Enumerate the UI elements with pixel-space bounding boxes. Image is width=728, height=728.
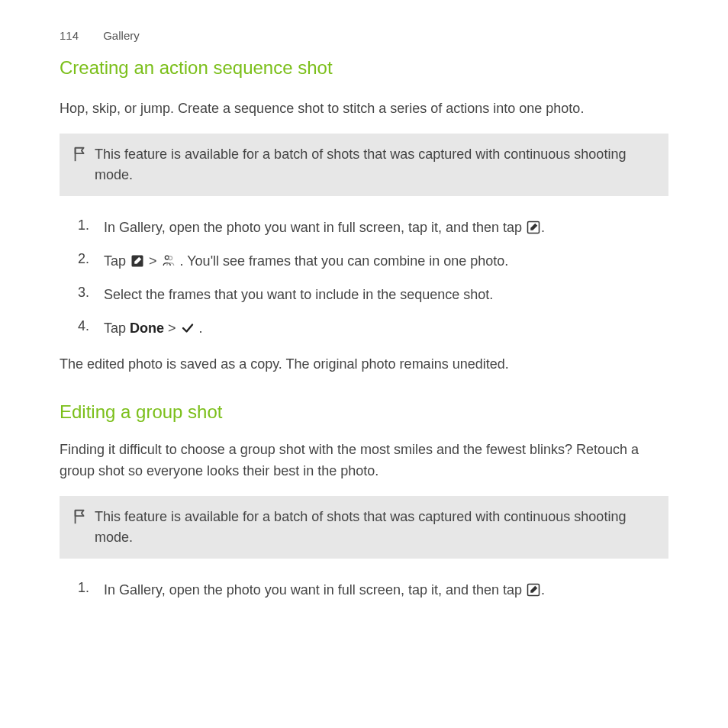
edit-icon bbox=[527, 221, 540, 234]
step-text-end: . bbox=[541, 582, 545, 598]
note-text-2: This feature is available for a batch of… bbox=[95, 507, 655, 548]
section-heading-action-sequence: Creating an action sequence shot bbox=[60, 57, 668, 79]
step-text-b: . You'll see frames that you can combine… bbox=[180, 253, 509, 269]
step-gt: > bbox=[168, 321, 180, 336]
step-number: 3. bbox=[78, 285, 104, 301]
step-body: Tap > . You'll see frames that you can c… bbox=[104, 251, 508, 272]
edit-icon bbox=[527, 583, 540, 597]
step-body: In Gallery, open the photo you want in f… bbox=[104, 217, 545, 239]
step-text: In Gallery, open the photo you want in f… bbox=[104, 220, 526, 235]
chapter-name: Gallery bbox=[103, 29, 140, 42]
outro-paragraph-1: The edited photo is saved as a copy. The… bbox=[60, 354, 668, 375]
step-2: 2. Tap > . You'll see frames that you ca… bbox=[78, 251, 668, 272]
step-number: 4. bbox=[78, 318, 104, 334]
note-text-1: This feature is available for a batch of… bbox=[95, 144, 655, 185]
step-number: 1. bbox=[78, 580, 104, 596]
page-number: 114 bbox=[60, 29, 79, 42]
running-header: 114 Gallery bbox=[60, 29, 668, 42]
steps-list-1: 1. In Gallery, open the photo you want i… bbox=[60, 217, 668, 340]
step-gt: > bbox=[149, 253, 161, 269]
step-body: Tap Done > . bbox=[104, 318, 203, 340]
flag-icon bbox=[72, 144, 95, 166]
flag-icon bbox=[72, 507, 95, 528]
intro-paragraph-1: Hop, skip, or jump. Create a sequence sh… bbox=[60, 98, 668, 120]
section-heading-group-shot: Editing a group shot bbox=[60, 401, 668, 423]
done-label: Done bbox=[130, 321, 164, 336]
step-text: Tap bbox=[104, 321, 130, 336]
note-box-1: This feature is available for a batch of… bbox=[60, 134, 668, 196]
check-icon bbox=[181, 321, 195, 335]
step-text-end: . bbox=[541, 220, 545, 235]
intro-paragraph-2: Finding it difficult to choose a group s… bbox=[60, 440, 668, 482]
steps-list-2: 1. In Gallery, open the photo you want i… bbox=[60, 580, 668, 601]
note-box-2: This feature is available for a batch of… bbox=[60, 496, 668, 559]
step-1: 1. In Gallery, open the photo you want i… bbox=[78, 580, 668, 601]
step-number: 1. bbox=[78, 217, 104, 234]
step-text: In Gallery, open the photo you want in f… bbox=[104, 582, 526, 598]
effects-icon bbox=[130, 254, 144, 268]
step-body: Select the frames that you want to inclu… bbox=[104, 285, 493, 306]
sequence-icon bbox=[162, 254, 176, 268]
step-body: In Gallery, open the photo you want in f… bbox=[104, 580, 545, 601]
step-text-end: . bbox=[195, 321, 203, 336]
step-1: 1. In Gallery, open the photo you want i… bbox=[78, 217, 668, 239]
step-text: Tap bbox=[104, 253, 130, 269]
page-root: 114 Gallery Creating an action sequence … bbox=[0, 0, 728, 728]
step-4: 4. Tap Done > . bbox=[78, 318, 668, 340]
step-3: 3. Select the frames that you want to in… bbox=[78, 285, 668, 306]
step-number: 2. bbox=[78, 251, 104, 267]
